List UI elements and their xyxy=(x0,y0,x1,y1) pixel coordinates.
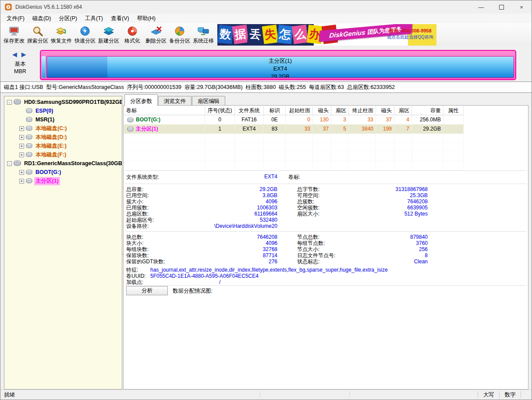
toolbar-button-backup-partition[interactable]: 备份分区 xyxy=(168,23,192,46)
tree-toggle-expand[interactable]: + xyxy=(19,170,24,175)
mount-point-value: / xyxy=(150,279,220,285)
tree-toggle-expand[interactable]: + xyxy=(19,152,24,157)
column-header[interactable]: 容量 xyxy=(412,106,443,115)
column-header[interactable]: 磁头 xyxy=(313,106,331,115)
tree-toggle-expand[interactable]: + xyxy=(19,126,24,131)
toolbar-button-recover-files[interactable]: 恢复文件 xyxy=(50,23,73,46)
tree-toggle-collapse[interactable]: - xyxy=(7,161,12,166)
partition-segment-boot[interactable] xyxy=(42,56,46,78)
tab-sector-edit[interactable]: 扇区编辑 xyxy=(192,96,225,106)
tab-partition-params[interactable]: 分区参数 xyxy=(124,94,158,106)
column-header[interactable]: 卷标 xyxy=(124,106,205,115)
table-empty-cell xyxy=(205,143,235,152)
detail-gap xyxy=(277,205,288,211)
detail-value: 3760 xyxy=(354,240,428,246)
column-header[interactable]: 文件系统 xyxy=(235,106,264,115)
tree-toggle-collapse[interactable]: - xyxy=(7,100,12,105)
table-cell: 37 xyxy=(376,115,394,124)
column-header[interactable]: 扇区 xyxy=(331,106,349,115)
tree-item-1[interactable]: +ESP(0) xyxy=(4,106,122,115)
hard-disk-icon xyxy=(14,99,21,105)
toolbar-button-system-migrate[interactable]: 系统迁移 xyxy=(192,23,215,46)
tab-browse-files[interactable]: 浏览文件 xyxy=(158,96,192,106)
detail-label: 簇大小: xyxy=(126,198,179,205)
detail-value: 8 xyxy=(354,252,428,258)
tree-toggle-expand[interactable]: + xyxy=(19,144,24,149)
features-value: has_journal,ext_attr,resize_inode,dir_in… xyxy=(150,267,388,273)
status-ready: 就绪 xyxy=(4,391,15,399)
mount-point-row: 加载点:/ xyxy=(124,279,528,285)
menu-item-view[interactable]: 查看(V) xyxy=(107,14,133,23)
column-header[interactable]: 磁头 xyxy=(376,106,394,115)
maximize-button[interactable] xyxy=(491,0,511,14)
tree-item-3[interactable]: +本地磁盘(C:) xyxy=(4,124,122,133)
uuid-label: 卷UUID: xyxy=(126,273,150,279)
partition-segment-selected[interactable]: 主分区(1) EXT4 29.2GB xyxy=(46,56,514,78)
column-header[interactable]: 扇区 xyxy=(394,106,412,115)
close-button[interactable]: × xyxy=(511,0,532,14)
detail-label: 状态标志: xyxy=(288,258,354,265)
detail-value: 31318867968 xyxy=(354,186,428,192)
menu-item-help[interactable]: 帮助(H) xyxy=(133,14,160,23)
toolbar-button-format[interactable]: 格式化 xyxy=(121,23,144,46)
minimize-button[interactable]: — xyxy=(471,0,491,14)
detail-label: 保留的GDT块数: xyxy=(126,258,179,265)
column-header[interactable]: 序号(状态) xyxy=(205,106,235,115)
toolbar-button-delete-partition[interactable]: 删除分区 xyxy=(144,23,168,46)
disk-tree: -HD0:SamsungSSD990PRO1TB(932GB+ESP(0)+MS… xyxy=(4,96,122,389)
tree-item-2[interactable]: +MSR(1) xyxy=(4,115,122,124)
system-migrate-icon xyxy=(198,25,209,37)
ad-banner[interactable]: 数据丢失怎么办! DiskGenius 团队为您服务 致电: 400-008-9… xyxy=(217,24,436,46)
detail-value: 512 Bytes xyxy=(354,211,428,217)
tree-item-7[interactable]: -RD1:GenericMassStorageClass(30GB) xyxy=(4,159,122,168)
volume-label: 主分区(1) xyxy=(136,124,158,134)
ad-tile: 数 xyxy=(217,25,234,44)
column-header[interactable]: 属性 xyxy=(443,106,464,115)
toolbar-button-label: 删除分区 xyxy=(145,37,167,45)
detail-value: 29.2GB xyxy=(179,186,277,192)
detail-row-ext4: 块大小:4096每组节点数:3760 xyxy=(124,240,528,246)
tree-item-0[interactable]: -HD0:SamsungSSD990PRO1TB(932GB xyxy=(4,98,122,106)
title-bar: DiskGenius V5.6.1.1580 x64 — × xyxy=(0,0,532,14)
menu-item-tools[interactable]: 工具(T) xyxy=(81,14,107,23)
column-header[interactable]: 终止柱面 xyxy=(349,106,376,115)
detail-label: 每组节点数: xyxy=(288,240,354,246)
toolbar-button-save-changes[interactable]: 保存更改 xyxy=(2,23,26,46)
detail-row-capacity: 总容量:29.2GB总字节数:31318867968 xyxy=(124,186,528,192)
tree-toggle-expand[interactable]: + xyxy=(19,179,24,184)
detail-row-ext4: 块总数:7646208节点总数:879840 xyxy=(124,234,528,240)
menu-item-partition[interactable]: 分区(P) xyxy=(55,14,81,23)
toolbar-button-search-partition[interactable]: 搜索分区 xyxy=(26,23,50,46)
status-bar: 就绪 大写 数字 xyxy=(0,389,532,400)
table-empty-cell xyxy=(349,134,376,143)
mount-point-label: 加载点: xyxy=(126,279,150,285)
table-row[interactable]: BOOT(G:)0FAT160E0130333374256.0MB xyxy=(124,115,464,124)
tree-toggle-expand[interactable]: + xyxy=(19,135,24,140)
menu-item-disk[interactable]: 磁盘(D) xyxy=(28,14,55,23)
table-empty-cell xyxy=(124,161,205,170)
analyze-button[interactable]: 分析 xyxy=(126,286,168,295)
table-empty-cell xyxy=(313,134,331,143)
volume-label-label: 卷标: xyxy=(288,173,354,181)
detail-label: 已用簇数: xyxy=(126,205,179,211)
detail-value: 276 xyxy=(179,258,277,265)
tree-item-4[interactable]: +本地磁盘(D:) xyxy=(4,133,122,142)
separator xyxy=(125,285,527,286)
tree-item-5[interactable]: +本地磁盘(E:) xyxy=(4,142,122,150)
disk-style-label: 基本 MBR xyxy=(7,60,33,75)
table-empty-cell xyxy=(235,143,264,152)
toolbar-button-new-partition[interactable]: 新建分区 xyxy=(97,23,121,46)
tree-item-6[interactable]: +本地磁盘(F:) xyxy=(4,150,122,159)
detail-value xyxy=(354,217,428,223)
detail-label: 总簇数: xyxy=(288,198,354,205)
column-header[interactable]: 起始柱面 xyxy=(286,106,313,115)
tree-item-9[interactable]: +主分区(1) xyxy=(4,177,122,185)
partition-details: 文件系统类型: EXT4 卷标: 总容量:29.2GB总字节数:31318867… xyxy=(124,170,528,286)
disk-nav-arrows[interactable]: ◀ ▶ xyxy=(12,51,27,58)
tree-item-8[interactable]: +BOOT(G:) xyxy=(4,168,122,177)
toolbar-button-quick-partition[interactable]: 快速分区 xyxy=(73,23,97,46)
table-row[interactable]: 主分区(1)1EXT483333753840199729.2GB xyxy=(124,124,464,134)
column-header[interactable]: 标识 xyxy=(264,106,286,115)
menu-item-file[interactable]: 文件(F) xyxy=(3,14,28,23)
ad-qq-link[interactable]: 或点击此处选择QQ咨询 xyxy=(384,34,436,40)
